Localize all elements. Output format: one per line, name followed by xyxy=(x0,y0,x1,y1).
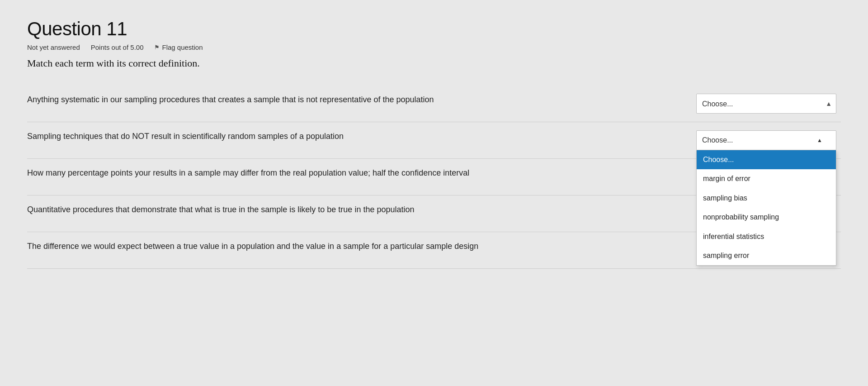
question-title: Question 11 xyxy=(27,18,841,40)
dropdown-wrapper: Choose... margin of error sampling bias … xyxy=(696,94,836,114)
definition-text: Sampling techniques that do NOT result i… xyxy=(27,130,542,143)
page-container: Question 11 Not yet answered Points out … xyxy=(27,18,841,269)
status-badge: Not yet answered xyxy=(27,43,80,51)
question-instruction: Match each term with its correct definit… xyxy=(27,57,841,69)
definition-text: The difference we would expect between a… xyxy=(27,240,542,253)
matching-container: Anything systematic in our sampling proc… xyxy=(27,86,841,269)
definition-text: How many percentage points your results … xyxy=(27,167,542,179)
flag-question-button[interactable]: ⚑ Flag question xyxy=(154,43,203,51)
matching-row: Anything systematic in our sampling proc… xyxy=(27,86,841,122)
definition-text: Anything systematic in our sampling proc… xyxy=(27,94,542,106)
dropdown-list: Choose... margin of error sampling bias … xyxy=(696,150,836,266)
flag-icon: ⚑ xyxy=(154,44,160,51)
answer-col: Choose... margin of error sampling bias … xyxy=(696,94,841,114)
flag-label: Flag question xyxy=(162,43,203,51)
open-dropdown-container: Choose... ▲ Choose... margin of error sa… xyxy=(696,130,836,150)
chevron-up-icon: ▲ xyxy=(817,137,822,143)
dropdown-option-margin-of-error[interactable]: margin of error xyxy=(697,169,836,188)
dropdown-option-choose[interactable]: Choose... xyxy=(697,150,836,169)
definition-text: Quantitative procedures that demonstrate… xyxy=(27,204,542,216)
dropdown-option-sampling-bias[interactable]: sampling bias xyxy=(697,189,836,208)
dropdown-option-sampling-error[interactable]: sampling error xyxy=(697,246,836,265)
dropdown-current-value: Choose... xyxy=(702,136,733,144)
dropdown-option-nonprobability-sampling[interactable]: nonprobability sampling xyxy=(697,208,836,227)
question-meta: Not yet answered Points out of 5.00 ⚑ Fl… xyxy=(27,43,841,51)
matching-row: Sampling techniques that do NOT result i… xyxy=(27,122,841,159)
answer-col: Choose... ▲ Choose... margin of error sa… xyxy=(696,130,841,150)
dropdown-trigger[interactable]: Choose... ▲ xyxy=(696,130,836,150)
answer-select-1[interactable]: Choose... margin of error sampling bias … xyxy=(696,94,836,114)
dropdown-option-inferential-statistics[interactable]: inferential statistics xyxy=(697,227,836,246)
points-label: Points out of 5.00 xyxy=(91,43,144,51)
